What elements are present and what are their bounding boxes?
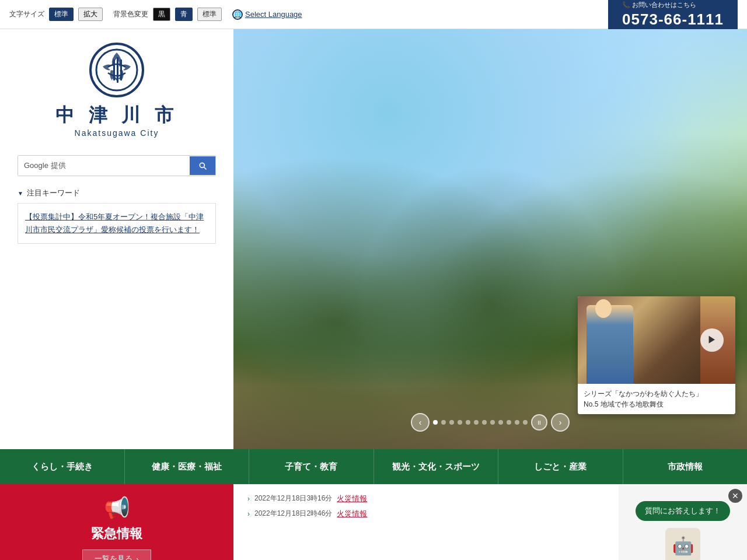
bg-black-btn[interactable]: 黒 (153, 8, 170, 21)
nav-bar: くらし・手続き 健康・医療・福祉 子育て・教育 観光・文化・スポーツ しごと・産… (0, 449, 747, 484)
news-item-1: › 2022年12月18日3時16分 火災情報 (247, 494, 605, 504)
svg-rect-3 (117, 57, 118, 83)
chevron-right-icon: › (136, 555, 138, 561)
slide-dot-10[interactable] (507, 420, 511, 425)
emergency-icon: 📢 (104, 496, 130, 520)
slide-pause-btn[interactable]: ⏸ (531, 414, 547, 430)
slide-dot-3[interactable] (449, 420, 454, 425)
search-button[interactable] (190, 156, 215, 175)
logo-text-en: Nakatsugawa City (75, 128, 159, 138)
hero-area: ‹ ⏸ › (233, 29, 747, 449)
search-label: Google 提供 (18, 156, 190, 176)
city-logo[interactable] (88, 41, 146, 99)
font-standard-btn[interactable]: 標準 (49, 8, 74, 21)
news-panel: › 2022年12月18日3時16分 火災情報 › 2022年12月18日2時4… (233, 484, 619, 560)
search-area: Google 提供 (18, 155, 216, 176)
bottom-section: 📢 緊急情報 一覧を見る › › 2022年12月18日3時16分 火災情報 ›… (0, 484, 747, 560)
slide-dot-1[interactable] (433, 420, 438, 425)
slide-dot-4[interactable] (458, 420, 462, 425)
slide-dot-12[interactable] (523, 420, 528, 425)
emergency-panel: 📢 緊急情報 一覧を見る › (0, 484, 233, 560)
nav-item-shigoto[interactable]: しごと・産業 (498, 449, 623, 484)
slide-dot-9[interactable] (498, 420, 503, 425)
bg-standard-btn[interactable]: 標準 (197, 8, 222, 21)
news-item-2: › 2022年12月18日2時46分 火災情報 (247, 509, 605, 519)
language-btn[interactable]: 🌐 Select Language (232, 9, 302, 20)
top-bar-left: 文字サイズ 標準 拡大 背景色変更 黒 青 標準 🌐 Select Langua… (9, 8, 302, 21)
news-arrow-1: › (247, 495, 250, 503)
nav-item-kosodate[interactable]: 子育て・教育 (249, 449, 374, 484)
keywords-title: 注目キーワード (27, 188, 80, 198)
keywords-area: ▼ 注目キーワード 【投票集計中】令和5年夏オープン！複合施設「中津川市市民交流… (18, 188, 216, 244)
bg-color-label: 背景色変更 (113, 9, 148, 19)
video-thumbnail: ▶ (578, 296, 735, 384)
nav-item-shisei[interactable]: 市政情報 (623, 449, 748, 484)
video-title[interactable]: シリーズ「なかつがわを紡ぐ人たち」 No.5 地域で作る地歌舞伎 (578, 384, 735, 414)
chat-close-btn[interactable]: ✕ (728, 489, 742, 503)
phone-icon: 📞 (622, 1, 630, 8)
keywords-header: ▼ 注目キーワード (18, 188, 216, 198)
logo-area: 中 津 川 市 Nakatsugawa City (18, 41, 216, 138)
slide-dot-6[interactable] (474, 420, 479, 425)
keyword-link[interactable]: 【投票集計中】令和5年夏オープン！複合施設「中津川市市民交流プラザ」愛称候補の投… (25, 212, 204, 234)
contact-label: 📞 お問い合わせはこちら (622, 1, 724, 9)
news-arrow-2: › (247, 510, 250, 518)
news-link-1[interactable]: 火災情報 (337, 494, 367, 504)
video-play-btn[interactable]: ▶ (700, 328, 724, 352)
search-icon (198, 161, 207, 170)
triangle-icon: ▼ (18, 190, 23, 197)
font-size-label: 文字サイズ (9, 9, 44, 19)
keyword-box: 【投票集計中】令和5年夏オープン！複合施設「中津川市市民交流プラザ」愛称候補の投… (18, 203, 216, 244)
slide-dot-7[interactable] (482, 420, 487, 425)
news-date-1: 2022年12月18日3時16分 (254, 494, 332, 503)
contact-phone[interactable]: 0573-66-1111 (622, 10, 724, 29)
nav-item-kanko[interactable]: 観光・文化・スポーツ (374, 449, 499, 484)
bg-blue-btn[interactable]: 青 (175, 8, 193, 21)
slide-dot-2[interactable] (441, 420, 446, 425)
slide-dot-5[interactable] (466, 420, 470, 425)
slide-controls: ‹ ⏸ › (411, 413, 570, 432)
logo-text-ja: 中 津 川 市 (55, 103, 179, 128)
nav-item-kurashi[interactable]: くらし・手続き (0, 449, 125, 484)
main-layout: 中 津 川 市 Nakatsugawa City Google 提供 ▼ 注目キ… (0, 29, 747, 449)
slide-prev-btn[interactable]: ‹ (411, 413, 430, 432)
slide-next-btn[interactable]: › (551, 413, 570, 432)
font-large-btn[interactable]: 拡大 (78, 8, 103, 21)
svg-rect-2 (113, 60, 115, 80)
video-card: ▶ シリーズ「なかつがわを紡ぐ人たち」 No.5 地域で作る地歌舞伎 (578, 296, 735, 414)
news-date-2: 2022年12月18日2時46分 (254, 509, 332, 519)
emergency-list-btn[interactable]: 一覧を見る › (82, 550, 151, 560)
sidebar: 中 津 川 市 Nakatsugawa City Google 提供 ▼ 注目キ… (0, 29, 233, 449)
slide-dot-8[interactable] (490, 420, 495, 425)
nav-item-kenko[interactable]: 健康・医療・福祉 (125, 449, 250, 484)
svg-rect-4 (120, 60, 122, 80)
contact-area: 📞 お問い合わせはこちら 0573-66-1111 (608, 0, 738, 29)
top-bar: 文字サイズ 標準 拡大 背景色変更 黒 青 標準 🌐 Select Langua… (0, 0, 747, 29)
chat-bubble: 質問にお答えします！ (636, 501, 730, 521)
search-box: Google 提供 (18, 155, 216, 176)
chat-robot-icon[interactable]: 🤖 (665, 528, 700, 560)
news-link-2[interactable]: 火災情報 (337, 509, 367, 519)
slide-dot-11[interactable] (515, 420, 519, 425)
emergency-title: 緊急情報 (91, 525, 142, 542)
globe-icon: 🌐 (232, 9, 243, 20)
chat-area: 質問にお答えします！ 🤖 ✕ (619, 484, 747, 560)
